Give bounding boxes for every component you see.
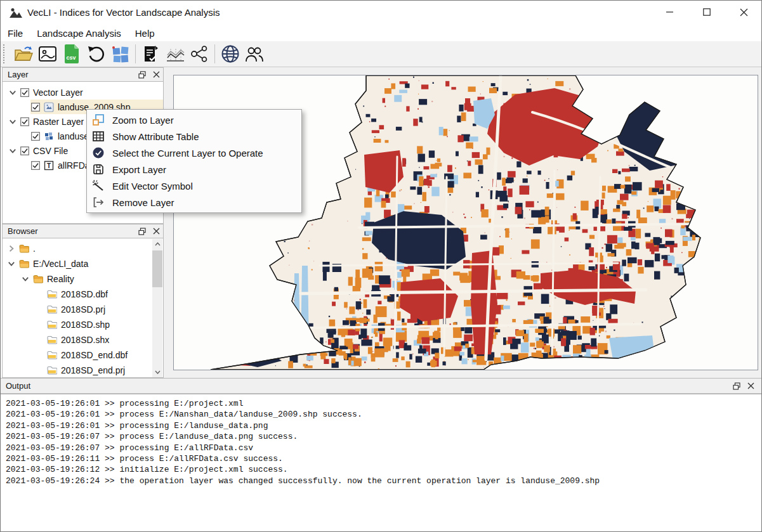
layer-group-label: CSV File	[33, 146, 68, 156]
context-item-label: Export Layer	[112, 164, 166, 175]
chevron-down-icon[interactable]	[9, 89, 16, 96]
chevron-right-icon[interactable]	[8, 245, 15, 252]
toolbar-separator	[135, 44, 136, 63]
browser-item-label: Reality	[47, 274, 74, 284]
context-item-export-layer[interactable]: Export Layer	[87, 161, 301, 178]
browser-item[interactable]: 2018SD.shx	[3, 332, 163, 347]
output-panel-title: Output	[1, 381, 730, 391]
file-icon	[47, 304, 57, 315]
add-csv-button[interactable]: csv	[60, 42, 84, 65]
open-project-icon	[13, 44, 34, 63]
output-log[interactable]: 2021-03-05-19:26:01 >> processing E:/pro…	[1, 394, 762, 532]
share-button[interactable]	[187, 42, 211, 65]
report-button[interactable]	[139, 42, 163, 65]
browser-tree: .E:/VecLI_dataReality2018SD.dbf2018SD.pr…	[2, 238, 164, 378]
toolbar-drag-handle[interactable]	[3, 44, 8, 63]
layer-panel-close-button[interactable]	[149, 69, 163, 81]
chevron-down-icon[interactable]	[9, 147, 16, 155]
close-icon	[153, 228, 160, 235]
minimize-button[interactable]	[655, 3, 685, 22]
browser-item[interactable]: 2018SD.dbf	[3, 287, 163, 301]
browser-item-label: 2018SD.prj	[61, 304, 105, 315]
tiles-icon	[110, 44, 129, 63]
log-line: 2021-03-05-19:26:07 >> process E:/landus…	[6, 431, 762, 442]
undo-icon	[86, 45, 105, 63]
menu-help[interactable]: Help	[128, 27, 162, 40]
browser-item[interactable]: 2018SD_end.dbf	[3, 347, 163, 362]
float-icon	[138, 228, 146, 235]
context-item-remove-layer[interactable]: Remove Layer	[87, 194, 301, 211]
scrollbar-thumb[interactable]	[152, 250, 162, 287]
export-layer-icon	[92, 163, 105, 176]
browser-item-label: 2018SD_end.prj	[61, 365, 125, 375]
checkbox-checked[interactable]	[20, 88, 29, 97]
close-icon	[740, 8, 748, 16]
file-icon	[47, 335, 57, 345]
close-button[interactable]	[729, 3, 758, 22]
chart-button[interactable]	[163, 42, 187, 65]
browser-scrollbar[interactable]	[152, 239, 162, 377]
checkbox-checked[interactable]	[31, 103, 40, 112]
web-button[interactable]	[218, 42, 242, 65]
browser-item[interactable]: 2018SD_end.prj	[3, 363, 163, 377]
output-panel: Output 2021-03-05-19:26:01 >> processing…	[1, 378, 762, 532]
output-panel-close-button[interactable]	[744, 380, 758, 392]
context-item-edit-vector-symbol[interactable]: Edit Vector Symbol	[87, 178, 301, 194]
checkbox-checked[interactable]	[20, 117, 29, 126]
layer-panel-float-button[interactable]	[135, 69, 149, 81]
checkbox-checked[interactable]	[31, 161, 40, 170]
context-item-zoom-to-layer[interactable]: Zoom to Layer	[87, 112, 301, 128]
toolbar: csv	[1, 41, 761, 67]
svg-text:T: T	[47, 162, 51, 169]
browser-panel-float-button[interactable]	[135, 226, 149, 237]
log-line: 2021-03-05-19:26:01 >> processing E:/pro…	[6, 398, 762, 409]
context-item-show-attribute-table[interactable]: Show Attribute Table	[87, 128, 301, 145]
scroll-down-icon[interactable]	[155, 370, 161, 374]
app-window: VecLI - Indices for Vector Landscape Ana…	[0, 0, 762, 532]
layer-panel-header: Layer	[2, 67, 164, 82]
browser-item-label: 2018SD_end.dbf	[61, 350, 128, 360]
output-panel-float-button[interactable]	[730, 380, 744, 392]
chevron-down-icon[interactable]	[22, 275, 29, 283]
app-logo-icon	[9, 6, 23, 20]
file-icon	[47, 289, 57, 299]
tiles-button[interactable]	[108, 42, 132, 65]
folder-icon	[19, 243, 29, 254]
zoom-to-layer-icon	[92, 114, 105, 126]
open-project-button[interactable]	[11, 42, 36, 65]
close-icon	[747, 382, 754, 389]
window-title: VecLI - Indices for Vector Landscape Ana…	[27, 7, 220, 18]
undo-button[interactable]	[84, 42, 108, 65]
chevron-down-icon[interactable]	[8, 260, 15, 268]
layer-group-vector[interactable]: Vector Layer	[3, 85, 163, 100]
raster-layer-icon	[44, 131, 54, 141]
browser-panel-header: Browser	[2, 224, 164, 238]
browser-panel-close-button[interactable]	[149, 226, 163, 237]
menu-landscape-analysis[interactable]: Landscape Analysis	[30, 27, 128, 40]
browser-item[interactable]: E:/VecLI_data	[3, 256, 163, 271]
context-item-label: Show Attribute Table	[112, 131, 199, 142]
checkbox-checked[interactable]	[31, 132, 40, 141]
web-icon	[221, 44, 240, 63]
browser-item[interactable]: 2018SD.prj	[3, 302, 163, 316]
browser-item[interactable]: .	[3, 241, 163, 256]
layer-panel-title: Layer	[3, 70, 135, 79]
browser-item-label: 2018SD.shx	[61, 335, 109, 345]
context-item-select-current-layer[interactable]: Select the Current Layer to Operate	[87, 145, 301, 161]
team-button[interactable]	[242, 42, 266, 65]
file-icon	[47, 350, 57, 360]
browser-item[interactable]: Reality	[3, 271, 163, 286]
layer-context-menu: Zoom to Layer Show Attribute Table Selec…	[86, 109, 302, 213]
share-icon	[190, 44, 209, 63]
add-image-icon	[38, 45, 57, 63]
add-image-button[interactable]	[36, 42, 60, 65]
menu-file[interactable]: File	[1, 27, 30, 40]
checkbox-checked[interactable]	[20, 146, 29, 155]
scroll-up-icon[interactable]	[155, 242, 161, 246]
log-line: 2021-03-05-19:26:01 >> process E:/Nansha…	[6, 409, 762, 420]
browser-item[interactable]: 2018SD.shp	[3, 317, 163, 332]
chevron-down-icon[interactable]	[9, 118, 16, 126]
log-line: 2021-03-05-19:26:07 >> processing E:/all…	[6, 443, 762, 453]
maximize-button[interactable]	[692, 3, 721, 22]
browser-panel-title: Browser	[3, 226, 135, 236]
